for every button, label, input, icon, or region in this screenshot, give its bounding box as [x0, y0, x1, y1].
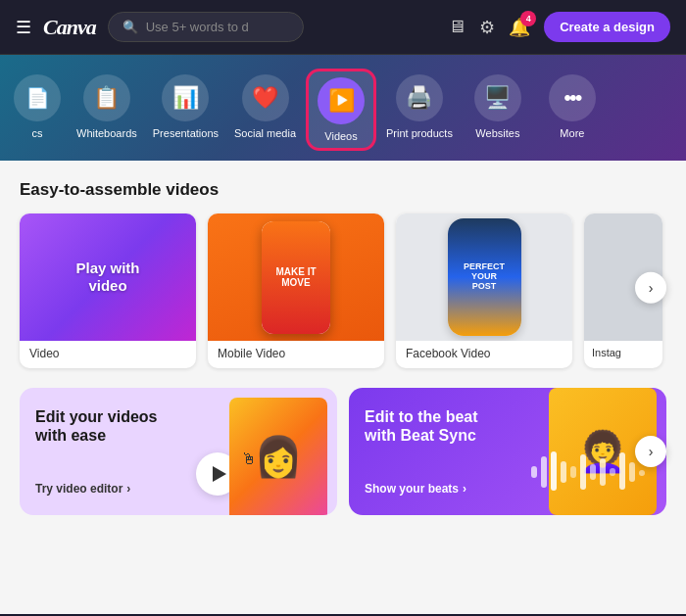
- header-right: 🖥 ⚙ 🔔 4 Create a design: [448, 12, 670, 42]
- category-nav: 📄 cs 📋 Whiteboards 📊 Presentations ❤️ So…: [0, 55, 686, 161]
- search-icon: 🔍: [122, 20, 138, 34]
- notifications-icon[interactable]: 🔔 4: [509, 17, 530, 38]
- svg-rect-6: [590, 464, 596, 480]
- hamburger-icon[interactable]: ☰: [16, 17, 31, 38]
- main-content: Easy-to-assemble videos Play withvideo V…: [0, 161, 686, 614]
- fb-content: PERFECTYOURPOST: [448, 218, 521, 336]
- promo-title-beat-sync: Edit to the beat with Beat Sync: [365, 407, 492, 445]
- fb-preview: PERFECTYOURPOST: [396, 213, 572, 341]
- facebook-video-img: PERFECTYOURPOST: [396, 213, 572, 341]
- mobile-preview: MAKE ITMOVE: [208, 213, 384, 341]
- svg-rect-2: [551, 451, 557, 491]
- template-card-video[interactable]: Play withvideo Video: [20, 213, 196, 368]
- whiteboards-icon: 📋: [93, 85, 120, 111]
- monitor-icon[interactable]: 🖥: [448, 17, 466, 37]
- promo-title-video-editor: Edit your videos with ease: [35, 407, 163, 445]
- canva-logo: Canva: [43, 15, 96, 40]
- cursor-icon: 🖱: [241, 450, 257, 468]
- facebook-video-label: Facebook Video: [396, 341, 572, 368]
- sidebar-item-websites[interactable]: 🖥️ Websites: [463, 69, 533, 145]
- sidebar-item-more[interactable]: ••• More: [537, 69, 608, 145]
- promo-cards-row: Edit your videos with ease Try video edi…: [20, 388, 666, 515]
- svg-rect-11: [639, 470, 645, 476]
- template-card-mobile-video[interactable]: MAKE ITMOVE Mobile Video: [208, 213, 384, 368]
- mobile-video-img: MAKE ITMOVE: [208, 213, 384, 341]
- video-label: Video: [20, 341, 196, 368]
- video-text: Play withvideo: [75, 260, 139, 295]
- svg-rect-7: [600, 458, 606, 486]
- sidebar-item-partial[interactable]: 📄 cs: [8, 69, 67, 145]
- fb-text: PERFECTYOURPOST: [464, 262, 505, 292]
- websites-icon: 🖥️: [484, 85, 511, 111]
- partial-icon: 📄: [25, 86, 50, 110]
- category-scroll: 📄 cs 📋 Whiteboards 📊 Presentations ❤️ So…: [0, 69, 686, 151]
- sidebar-item-videos[interactable]: ▶️ Videos: [306, 69, 376, 151]
- svg-rect-9: [619, 452, 625, 490]
- svg-rect-3: [561, 461, 566, 483]
- svg-rect-5: [580, 454, 586, 490]
- settings-icon[interactable]: ⚙: [479, 17, 495, 38]
- sidebar-item-presentations[interactable]: 📊 Presentations: [147, 69, 224, 145]
- header-left: ☰ Canva: [16, 15, 96, 40]
- promo-link-text-beat-sync: Show your beats: [365, 482, 459, 496]
- websites-icon-circle: 🖥️: [474, 74, 521, 121]
- svg-rect-4: [570, 466, 576, 478]
- search-bar[interactable]: 🔍 Use 5+ words to d: [108, 12, 304, 42]
- videos-icon: ▶️: [328, 88, 355, 114]
- partial-label: cs: [32, 127, 43, 139]
- partial-icon-circle: 📄: [14, 74, 61, 121]
- template-cards-row: Play withvideo Video MAKE ITMOVE Mobile …: [20, 213, 666, 368]
- fb-phone: PERFECTYOURPOST: [448, 218, 521, 336]
- mobile-video-label: Mobile Video: [208, 341, 384, 368]
- more-icon: •••: [564, 85, 580, 111]
- instagram-label: Instag: [584, 341, 662, 366]
- play-triangle-icon: [213, 466, 226, 482]
- more-label: More: [560, 127, 584, 139]
- promo-link-text-video-editor: Try video editor: [35, 482, 122, 496]
- print-products-label: Print products: [386, 127, 453, 139]
- notification-badge: 4: [520, 11, 536, 26]
- print-products-icon-circle: 🖨️: [396, 74, 443, 121]
- promo-scroll-right-arrow[interactable]: ›: [635, 436, 666, 467]
- svg-rect-0: [531, 466, 537, 478]
- sidebar-item-whiteboards[interactable]: 📋 Whiteboards: [71, 69, 143, 145]
- svg-rect-8: [610, 468, 615, 476]
- social-media-icon: ❤️: [252, 85, 278, 111]
- presentations-label: Presentations: [153, 127, 219, 139]
- mobile-content: MAKE ITMOVE: [262, 221, 330, 334]
- promo-link-arrow-video-editor: ›: [126, 482, 130, 496]
- presentations-icon: 📊: [172, 85, 199, 111]
- svg-rect-1: [541, 456, 547, 488]
- social-media-icon-circle: ❤️: [242, 74, 289, 121]
- scroll-right-arrow[interactable]: ›: [635, 272, 666, 304]
- more-icon-circle: •••: [549, 74, 596, 121]
- mobile-inner: MAKE ITMOVE: [262, 221, 330, 334]
- search-placeholder: Use 5+ words to d: [146, 20, 249, 34]
- promo-link-arrow-beat-sync: ›: [463, 482, 466, 496]
- whiteboards-label: Whiteboards: [76, 127, 137, 139]
- promo-card-video-editor[interactable]: Edit your videos with ease Try video edi…: [20, 388, 337, 515]
- header: ☰ Canva 🔍 Use 5+ words to d 🖥 ⚙ 🔔 4 Crea…: [0, 0, 686, 55]
- whiteboards-icon-circle: 📋: [83, 74, 130, 121]
- websites-label: Websites: [475, 127, 519, 139]
- template-card-video-img: Play withvideo: [20, 213, 196, 341]
- videos-icon-circle: ▶️: [318, 77, 365, 124]
- template-card-facebook-video[interactable]: PERFECTYOURPOST Facebook Video: [396, 213, 572, 368]
- mobile-text: MAKE ITMOVE: [275, 266, 316, 288]
- presentations-icon-circle: 📊: [162, 74, 209, 121]
- promo-link-video-editor[interactable]: Try video editor ›: [35, 482, 321, 496]
- create-design-button[interactable]: Create a design: [544, 12, 670, 42]
- social-media-label: Social media: [234, 127, 296, 139]
- section-title: Easy-to-assemble videos: [20, 180, 666, 200]
- sidebar-item-print-products[interactable]: 🖨️ Print products: [380, 69, 459, 145]
- video-preview: Play withvideo: [20, 213, 196, 341]
- sidebar-item-social-media[interactable]: ❤️ Social media: [228, 69, 302, 145]
- videos-label: Videos: [324, 130, 357, 142]
- promo-card-beat-sync[interactable]: Edit to the beat with Beat Sync Show you…: [349, 388, 666, 515]
- svg-rect-10: [629, 462, 635, 482]
- print-products-icon: 🖨️: [406, 85, 432, 111]
